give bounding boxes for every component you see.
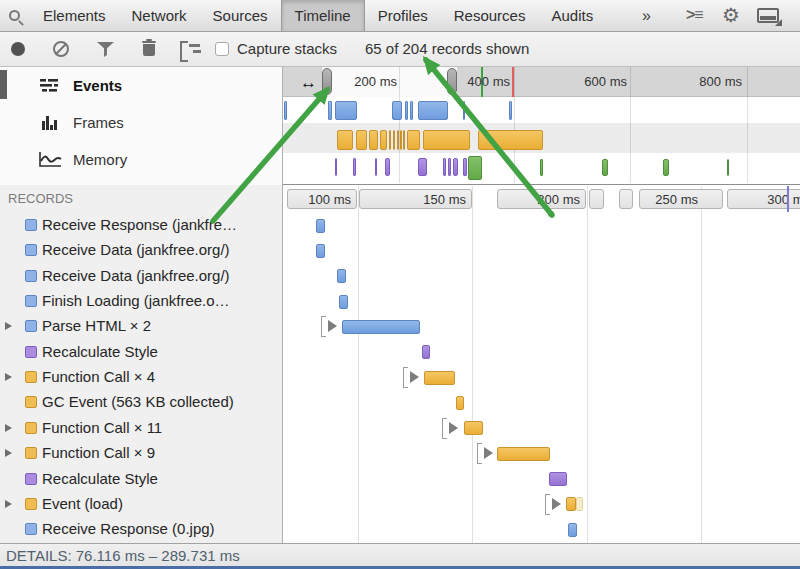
tab-timeline[interactable]: Timeline — [281, 0, 365, 31]
record-row[interactable]: Receive Response (jankfre… — [0, 213, 283, 238]
record-row[interactable]: Recalculate Style — [0, 467, 283, 492]
expander-triangle-icon[interactable] — [5, 500, 12, 508]
tab-resources[interactable]: Resources — [441, 0, 539, 31]
sidebar-item-memory[interactable]: Memory — [0, 144, 283, 174]
waterfall-bar-async — [576, 497, 583, 511]
record-row[interactable]: Parse HTML × 2 — [0, 314, 283, 339]
expander-triangle-icon[interactable] — [5, 373, 12, 381]
record-type-swatch — [25, 295, 37, 307]
waterfall-expander-bracket[interactable] — [321, 316, 326, 337]
waterfall-bar[interactable] — [424, 371, 455, 385]
capture-stacks-label[interactable]: Capture stacks — [237, 40, 337, 57]
waterfall-bar[interactable] — [337, 269, 346, 283]
grid-event-marker — [787, 186, 789, 212]
waterfall-expander-triangle[interactable] — [449, 422, 458, 434]
dock-side-icon[interactable] — [757, 8, 779, 23]
overview-loading-bar — [509, 101, 512, 120]
waterfall-bar[interactable] — [422, 345, 430, 359]
waterfall-bar[interactable] — [339, 295, 348, 309]
overview-time-label: 400 ms — [430, 74, 510, 89]
devtools-window: ElementsNetworkSourcesTimelineProfilesRe… — [0, 0, 800, 569]
record-row[interactable]: Event (load) — [0, 492, 283, 517]
grid-empty-chip — [619, 189, 633, 209]
record-row[interactable]: Receive Response (0.jpg) — [0, 517, 283, 542]
overview-loading-bar — [405, 101, 408, 120]
overview-left-resize-handle[interactable] — [322, 68, 332, 95]
filter-button[interactable] — [97, 42, 114, 57]
waterfall-expander-triangle[interactable] — [410, 371, 419, 383]
record-row[interactable]: Function Call × 9 — [0, 441, 283, 466]
expander-triangle-icon[interactable] — [5, 449, 12, 457]
garbage-collect-button[interactable] — [143, 44, 155, 56]
waterfall-expander-triangle[interactable] — [484, 447, 493, 459]
record-row[interactable]: Function Call × 4 — [0, 365, 283, 390]
expander-triangle-icon[interactable] — [5, 424, 12, 432]
memory-icon — [36, 151, 64, 167]
record-type-swatch — [25, 422, 37, 434]
waterfall-expander-triangle[interactable] — [552, 498, 561, 510]
expander-triangle-icon[interactable] — [5, 322, 12, 330]
waterfall-expander-bracket[interactable] — [442, 418, 447, 439]
record-type-swatch — [25, 346, 37, 358]
tab-elements[interactable]: Elements — [30, 0, 119, 31]
clear-button[interactable] — [53, 41, 69, 57]
record-row[interactable]: Function Call × 11 — [0, 416, 283, 441]
waterfall-expander-bracket[interactable] — [545, 494, 550, 515]
waterfall-bar[interactable] — [456, 396, 464, 410]
overview-gridline — [747, 67, 748, 183]
tab-profiles[interactable]: Profiles — [365, 0, 441, 31]
record-type-swatch — [25, 219, 37, 231]
waterfall-grid[interactable] — [283, 185, 800, 543]
record-label: Parse HTML × 2 — [42, 317, 151, 334]
settings-gear-icon[interactable]: ⚙ — [722, 3, 740, 27]
sidebar-item-frames[interactable]: Frames — [0, 107, 283, 137]
overview-loading-bar — [418, 101, 448, 120]
overview-paint-event — [727, 159, 729, 176]
tab-audits[interactable]: Audits — [538, 0, 606, 31]
record-row[interactable]: Receive Data (jankfree.org/) — [0, 238, 283, 263]
sidebar-item-events[interactable]: Events — [0, 70, 283, 100]
capture-stacks-checkbox[interactable] — [215, 42, 229, 56]
waterfall-bar[interactable] — [464, 421, 483, 435]
record-button[interactable] — [11, 42, 25, 56]
waterfall-bar[interactable] — [497, 447, 550, 461]
waterfall-bar[interactable] — [549, 472, 567, 486]
search-icon[interactable] — [9, 10, 20, 21]
overview-painting-bar — [463, 158, 467, 176]
record-type-swatch — [25, 320, 37, 332]
grid-time-chip: 150 ms — [359, 189, 472, 209]
record-row[interactable]: Receive Data (jankfree.org/) — [0, 264, 283, 289]
tab-network[interactable]: Network — [119, 0, 200, 31]
record-row[interactable]: Recalculate Style — [0, 340, 283, 365]
overview-paint-event — [468, 156, 482, 180]
grid-time-chip: 300 ms — [727, 189, 800, 209]
waterfall-expander-bracket[interactable] — [477, 443, 482, 464]
waterfall-bar[interactable] — [568, 523, 577, 537]
waterfall-expander-triangle[interactable] — [328, 320, 337, 332]
sidebar-item-label: Frames — [73, 114, 124, 131]
grid-time-chip: 100 ms — [287, 189, 357, 209]
overview-right-resize-handle[interactable] — [447, 68, 457, 95]
waterfall-bar[interactable] — [316, 219, 325, 233]
waterfall-bar[interactable] — [342, 320, 420, 334]
grid-time-chip: 250 ms — [639, 189, 723, 209]
overview-scripting-bar — [400, 130, 402, 150]
record-label: Receive Response (0.jpg) — [42, 520, 215, 537]
overview-scripting-bar — [369, 130, 378, 150]
overview-scripting-bar — [403, 130, 405, 150]
overview-painting-bar — [448, 158, 451, 176]
record-row[interactable]: GC Event (563 KB collected) — [0, 390, 283, 415]
waterfall-bar[interactable] — [566, 497, 576, 511]
record-row[interactable]: Finish Loading (jankfree.o… — [0, 289, 283, 314]
tab-sources[interactable]: Sources — [200, 0, 281, 31]
records-shown-status: 65 of 204 records shown — [365, 40, 529, 57]
record-label: Function Call × 4 — [42, 368, 155, 385]
record-type-swatch — [25, 244, 37, 256]
frames-mode-icon[interactable] — [180, 41, 206, 58]
console-drawer-icon[interactable]: >≡ — [686, 6, 703, 24]
waterfall-bar[interactable] — [316, 244, 325, 258]
overview-event-marker — [512, 67, 514, 97]
waterfall-expander-bracket[interactable] — [403, 367, 408, 388]
tab-overflow-chevron[interactable]: » — [636, 0, 657, 31]
record-label: Receive Response (jankfre… — [42, 216, 237, 233]
